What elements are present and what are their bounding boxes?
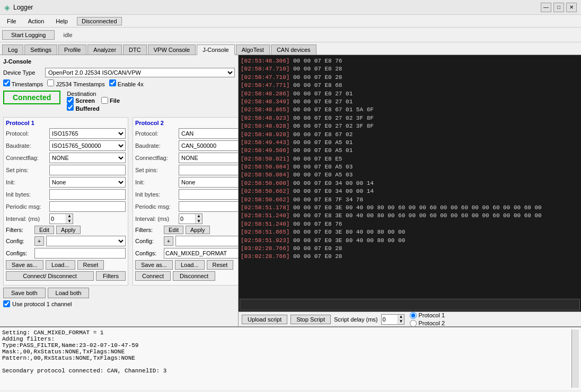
p1-connect-disconnect-button[interactable]: Connect/ Disconnect [6, 271, 94, 281]
p1-periodicmsg-input[interactable] [49, 201, 126, 212]
p2-setpins-input[interactable] [179, 165, 239, 175]
p2-protocol-select[interactable]: CAN [179, 128, 239, 139]
protocol1-radio[interactable] [410, 312, 417, 319]
p1-interval-row: Interval: (ms) ▲ ▼ [6, 213, 126, 224]
save-both-button[interactable]: Save both [3, 288, 46, 298]
p2-load-button[interactable]: Load... [175, 260, 205, 270]
dest-file-label[interactable]: File [101, 97, 120, 104]
p2-interval-down[interactable]: ▼ [196, 219, 202, 224]
device-type-select[interactable]: OpenPort 2.0 J2534 ISO/CAN/VPW [45, 68, 235, 77]
menu-file[interactable]: File [2, 16, 21, 26]
status-scrollbar[interactable] [571, 329, 579, 388]
p1-config-label: Config: [6, 238, 32, 244]
start-logging-button[interactable]: Start Logging [2, 30, 55, 40]
enable4x-checkbox-label[interactable]: Enable 4x [109, 79, 144, 87]
tab-j-console[interactable]: J-Console [197, 44, 235, 55]
dest-screen-label[interactable]: Screen [67, 97, 95, 104]
use-protocol1-label: Use protocol 1 channel [12, 301, 72, 307]
dest-file-checkbox[interactable] [101, 97, 108, 104]
script-delay-down[interactable]: ▼ [398, 319, 404, 324]
upload-script-button[interactable]: Upload script [242, 315, 287, 324]
p1-setpins-input[interactable] [49, 165, 126, 175]
p1-saveas-button[interactable]: Save as... [6, 260, 43, 270]
p1-baudrate-select[interactable]: ISO15765_500000 [49, 140, 126, 151]
dest-screen-checkbox[interactable] [67, 97, 74, 104]
log-entry: [02:53:48.306] 00 00 07 E8 76 [241, 57, 579, 65]
status-line: Mask:,00,RxStatus:NONE,TxFlags:NONE [2, 349, 571, 355]
p1-reset-button[interactable]: Reset [77, 260, 104, 270]
protocol2-radio-label[interactable]: Protocol 2 [410, 320, 445, 327]
stop-script-button[interactable]: Stop Script [290, 315, 331, 324]
tab-dtc[interactable]: DTC [123, 44, 147, 55]
use-protocol1-checkbox[interactable] [3, 300, 10, 307]
script-delay-spinbox[interactable]: ▲ ▼ [381, 314, 405, 325]
p2-edit-button[interactable]: Edit [164, 226, 183, 234]
p2-disconnect-button[interactable]: Disconnect [173, 271, 215, 281]
p2-apply-button[interactable]: Apply [186, 226, 210, 234]
p2-interval-spinbox[interactable]: ▲ ▼ [179, 213, 203, 224]
p1-plus-button[interactable]: + [34, 236, 44, 246]
command-input[interactable] [240, 299, 580, 310]
script-delay-input[interactable] [382, 315, 398, 324]
protocol1-radio-label[interactable]: Protocol 1 [410, 312, 445, 319]
minimize-button[interactable]: — [541, 3, 551, 12]
p2-connect-button[interactable]: Connect [135, 271, 171, 281]
p2-configs-input[interactable] [164, 248, 239, 259]
p2-init-label: Init: [135, 179, 178, 185]
p1-interval-down[interactable]: ▼ [66, 219, 73, 224]
p1-interval-spinbox[interactable]: ▲ ▼ [49, 213, 73, 224]
p2-configs-row: Configs: [135, 248, 239, 259]
load-both-button[interactable]: Load both [48, 288, 90, 298]
j2534-timestamps-checkbox-label[interactable]: J2534 Timestamps [47, 79, 104, 87]
dest-buffered-label[interactable]: Buffered [67, 105, 99, 112]
p2-initbytes-input[interactable] [179, 189, 239, 200]
p2-connectflag-select[interactable]: NONE [179, 153, 239, 163]
tab-analyzer[interactable]: Analyzer [87, 44, 122, 55]
idle-status: idle [63, 32, 72, 38]
menu-action[interactable]: Action [23, 16, 49, 26]
p1-configs-input[interactable] [34, 248, 126, 259]
p2-baudrate-select[interactable]: CAN_500000 [179, 140, 239, 151]
timestamps-checkbox-label[interactable]: Timestamps [3, 79, 43, 87]
p1-apply-button[interactable]: Apply [56, 226, 81, 234]
tab-algotest[interactable]: AlgoTest [236, 44, 270, 55]
p1-connectflag-select[interactable]: NONE [49, 153, 126, 163]
maximize-button[interactable]: □ [553, 3, 564, 12]
tab-vpw-console[interactable]: VPW Console [148, 44, 196, 55]
j2534-timestamps-checkbox[interactable] [47, 79, 54, 86]
p2-config-row: Config: + [135, 236, 239, 246]
p2-config-select[interactable] [175, 236, 239, 246]
tab-can-devices[interactable]: CAN devices [271, 44, 316, 55]
menu-help[interactable]: Help [51, 16, 73, 26]
p1-filters-button[interactable]: Filters [96, 271, 126, 281]
p1-initbytes-input[interactable] [49, 189, 126, 200]
p1-init-select[interactable]: None [49, 177, 126, 188]
p2-init-select[interactable]: None [179, 177, 239, 188]
p2-initbytes-label: Init bytes: [135, 191, 178, 198]
enable4x-checkbox[interactable] [109, 79, 116, 86]
status-line: Pattern:,00,RxStatus:NONE,TxFlags:NONE [2, 355, 571, 361]
p2-periodicmsg-input[interactable] [179, 201, 239, 212]
dest-buffered-checkbox[interactable] [67, 104, 74, 111]
destination-section: Destination Screen File Buffered [67, 91, 120, 112]
timestamps-checkbox[interactable] [3, 79, 10, 86]
p1-edit-button[interactable]: Edit [34, 226, 54, 234]
p2-plus-button[interactable]: + [164, 236, 173, 246]
p1-periodicmsg-label: Periodic msg: [6, 203, 48, 210]
p1-protocol-select[interactable]: ISO15765 [49, 128, 126, 139]
p1-config-select[interactable] [46, 236, 126, 246]
tab-profile[interactable]: Profile [58, 44, 86, 55]
log-entry: [02:58:48.928] 00 00 07 E0 27 02 3F 8F [241, 122, 579, 130]
p1-load-button[interactable]: Load... [46, 260, 75, 270]
main-area: J-Console Device Type OpenPort 2.0 J2534… [0, 55, 581, 326]
p2-interval-input[interactable] [179, 214, 195, 224]
close-button[interactable]: ✕ [566, 3, 577, 12]
connection-status-badge: Disconnected [77, 17, 122, 25]
tab-settings[interactable]: Settings [24, 44, 57, 55]
p1-interval-input[interactable] [50, 214, 66, 224]
protocol2-radio[interactable] [410, 320, 417, 327]
panel-header: J-Console [3, 58, 235, 65]
p2-saveas-button[interactable]: Save as... [135, 260, 173, 270]
tab-log[interactable]: Log [2, 44, 23, 55]
p2-reset-button[interactable]: Reset [207, 260, 234, 270]
